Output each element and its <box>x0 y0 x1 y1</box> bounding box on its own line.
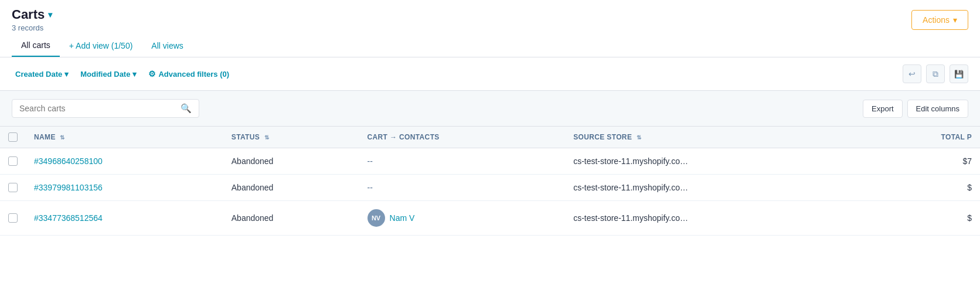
name-sort-icon[interactable]: ⇅ <box>60 134 64 141</box>
title-chevron-icon[interactable]: ▾ <box>48 10 52 19</box>
row-checkbox[interactable] <box>8 183 18 192</box>
created-date-filter[interactable]: Created Date ▾ <box>12 67 72 81</box>
save-icon: 💾 <box>954 70 964 79</box>
page-title: Carts <box>12 7 45 22</box>
table-row: #33477368512564AbandonedNVNam Vcs-test-s… <box>0 201 980 236</box>
actions-chevron-icon: ▾ <box>953 15 957 25</box>
modified-date-chevron-icon: ▾ <box>132 70 137 79</box>
row-status-cell: Abandoned <box>223 148 359 175</box>
row-total-price-cell: $ <box>870 175 980 201</box>
col-header-name: NAME ⇅ <box>26 127 223 148</box>
search-bar-area: 🔍 Export Edit columns <box>0 90 980 126</box>
row-status-cell: Abandoned <box>223 175 359 201</box>
row-name-cell: #34968640258100 <box>26 148 223 175</box>
actions-button[interactable]: Actions ▾ <box>911 10 968 30</box>
row-name-cell: #33477368512564 <box>26 201 223 236</box>
created-date-chevron-icon: ▾ <box>64 70 69 79</box>
search-icon: 🔍 <box>181 103 192 114</box>
col-header-cart-contacts: CART → CONTACTS <box>359 127 566 148</box>
row-source-store-cell: cs-test-store-11.myshopify.co… <box>565 148 870 175</box>
edit-columns-button[interactable]: Edit columns <box>907 100 968 118</box>
actions-label: Actions <box>923 15 950 25</box>
cart-link[interactable]: #34968640258100 <box>34 156 103 166</box>
header-checkbox-col <box>0 127 26 148</box>
table-wrap: NAME ⇅ STATUS ⇅ CART → CONTACTS SOURCE S… <box>0 126 980 236</box>
advanced-filters-label: Advanced filters (0) <box>158 70 229 79</box>
action-buttons: Export Edit columns <box>863 100 968 118</box>
copy-icon: ⧉ <box>933 69 938 79</box>
row-checkbox-cell <box>0 201 26 236</box>
row-total-price-cell: $7 <box>870 148 980 175</box>
table-row: #34968640258100Abandoned--cs-test-store-… <box>0 148 980 175</box>
modified-date-label: Modified Date <box>80 70 130 79</box>
filter-right: ↩ ⧉ 💾 <box>903 64 968 83</box>
modified-date-filter[interactable]: Modified Date ▾ <box>77 67 140 81</box>
save-button[interactable]: 💾 <box>950 64 968 83</box>
row-checkbox[interactable] <box>8 213 18 223</box>
row-source-store-cell: cs-test-store-11.myshopify.co… <box>565 175 870 201</box>
source-sort-icon[interactable]: ⇅ <box>637 134 641 141</box>
search-input[interactable] <box>19 104 176 113</box>
record-count: 3 records <box>12 23 52 32</box>
select-all-checkbox[interactable] <box>8 132 18 142</box>
contact-name[interactable]: Nam V <box>390 213 415 223</box>
tab-all-carts[interactable]: All carts <box>12 35 60 57</box>
cart-link[interactable]: #33979981103156 <box>34 183 103 192</box>
page-title-row: Carts ▾ <box>12 7 52 22</box>
row-contacts-cell: -- <box>359 148 566 175</box>
top-bar: Carts ▾ 3 records Actions ▾ <box>0 0 980 35</box>
row-name-cell: #33979981103156 <box>26 175 223 201</box>
undo-button[interactable]: ↩ <box>903 64 921 83</box>
undo-icon: ↩ <box>908 69 916 79</box>
title-area: Carts ▾ 3 records <box>12 7 52 32</box>
row-checkbox-cell <box>0 175 26 201</box>
copy-button[interactable]: ⧉ <box>926 64 945 83</box>
created-date-label: Created Date <box>15 70 62 79</box>
row-contacts-cell: -- <box>359 175 566 201</box>
status-sort-icon[interactable]: ⇅ <box>264 134 269 141</box>
row-checkbox-cell <box>0 148 26 175</box>
export-button[interactable]: Export <box>863 100 903 118</box>
col-header-total-price: TOTAL P <box>870 127 980 148</box>
row-source-store-cell: cs-test-store-11.myshopify.co… <box>565 201 870 236</box>
carts-table: NAME ⇅ STATUS ⇅ CART → CONTACTS SOURCE S… <box>0 126 980 236</box>
row-contacts-cell: NVNam V <box>359 201 566 236</box>
advanced-filters-button[interactable]: ⚙ Advanced filters (0) <box>145 67 233 81</box>
col-header-status: STATUS ⇅ <box>223 127 359 148</box>
filter-lines-icon: ⚙ <box>148 69 156 79</box>
col-header-source-store: SOURCE STORE ⇅ <box>565 127 870 148</box>
contact-cell: NVNam V <box>368 209 557 227</box>
row-status-cell: Abandoned <box>223 201 359 236</box>
cart-link[interactable]: #33477368512564 <box>34 213 103 223</box>
row-total-price-cell: $ <box>870 201 980 236</box>
search-input-wrap: 🔍 <box>12 99 199 118</box>
tab-add-view[interactable]: + Add view (1/50) <box>60 35 142 56</box>
row-checkbox[interactable] <box>8 156 18 166</box>
filter-left: Created Date ▾ Modified Date ▾ ⚙ Advance… <box>12 67 233 81</box>
tab-all-views[interactable]: All views <box>142 35 192 56</box>
tab-bar: All carts + Add view (1/50) All views <box>0 35 980 57</box>
filter-bar: Created Date ▾ Modified Date ▾ ⚙ Advance… <box>0 57 980 90</box>
avatar: NV <box>368 209 385 227</box>
table-header-row: NAME ⇅ STATUS ⇅ CART → CONTACTS SOURCE S… <box>0 127 980 148</box>
table-row: #33979981103156Abandoned--cs-test-store-… <box>0 175 980 201</box>
